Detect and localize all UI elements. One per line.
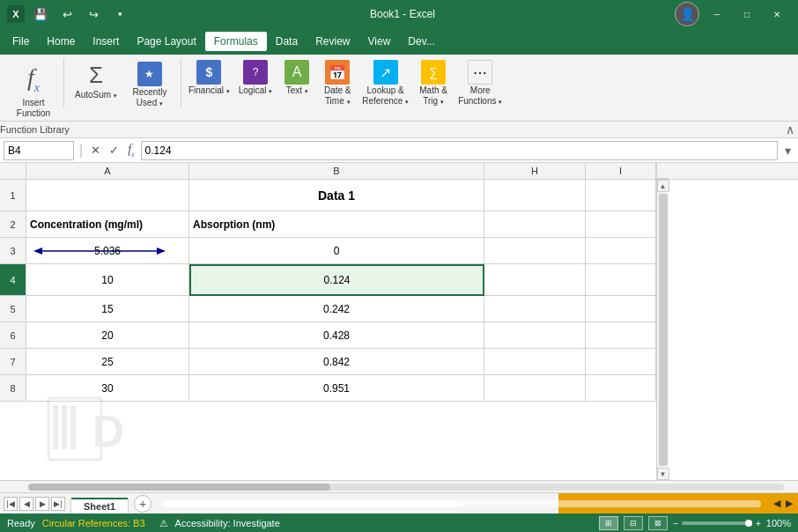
menu-file[interactable]: File [4,32,38,51]
add-sheet-btn[interactable]: + [134,495,151,513]
cell-i5[interactable] [586,296,656,322]
cell-reference-box[interactable]: B4 [4,141,74,160]
cell-a6[interactable]: 20 [26,322,189,349]
cell-b3[interactable]: 0 [189,238,484,264]
normal-view-btn[interactable]: ⊞ [599,516,618,530]
cell-b5[interactable]: 0.242 [189,296,484,322]
menu-formulas[interactable]: Formulas [205,32,267,51]
cell-b8[interactable]: 0.951 [189,375,484,402]
quick-access-dropdown[interactable]: ▾ [109,4,130,25]
tab-scrollbar-thumb[interactable] [162,500,462,507]
cell-h3[interactable] [484,238,586,264]
cell-h8[interactable] [484,375,586,402]
cell-i4[interactable] [586,264,656,296]
close-btn[interactable]: ✕ [763,4,791,25]
col-header-b[interactable]: B [189,163,484,179]
cell-b4[interactable]: 0.124 [189,264,484,296]
menu-page-layout[interactable]: Page Layout [128,32,204,51]
cell-h7[interactable] [484,349,586,375]
row-header-3[interactable]: 3 [0,238,26,264]
formula-confirm-icon[interactable]: ✓ [107,144,122,157]
lookup-reference-btn[interactable]: ↗ Lookup &Reference ▾ [358,58,412,108]
menu-view[interactable]: View [359,32,400,51]
tab-nav-next[interactable]: ▶ [35,497,49,511]
cell-i3[interactable] [586,238,656,264]
col-header-a[interactable]: A [26,163,189,179]
financial-btn[interactable]: $ Financial ▾ [185,58,233,98]
tab-arrow-right[interactable]: ▶ [784,498,794,509]
cell-b7[interactable]: 0.842 [189,349,484,375]
zoom-level[interactable]: 100% [766,518,791,528]
formula-expand-icon[interactable]: ▾ [781,144,794,158]
tab-nav-prev[interactable]: ◀ [19,497,33,511]
page-layout-view-btn[interactable]: ⊟ [624,516,643,530]
cell-h6[interactable] [484,322,586,349]
menu-insert[interactable]: Insert [84,32,128,51]
restore-btn[interactable]: □ [733,4,761,25]
sheet-tab-sheet1[interactable]: Sheet1 [70,498,129,514]
zoom-out-btn[interactable]: − [673,519,678,528]
cell-a5[interactable]: 15 [26,296,189,322]
zoom-slider[interactable]: − + [673,519,761,528]
row-header-4[interactable]: 4 [0,264,26,296]
undo-btn[interactable]: ↩ [56,4,78,25]
cell-i8[interactable] [586,375,656,402]
accessibility-status[interactable]: Accessibility: Investigate [175,518,280,528]
formula-input[interactable] [141,141,778,160]
date-time-btn[interactable]: 📅 Date &Time ▾ [318,58,357,108]
vertical-scrollbar[interactable]: ▲ ▼ [656,180,669,480]
more-functions-btn[interactable]: ⋯ MoreFunctions ▾ [454,58,506,108]
math-trig-btn[interactable]: ∑ Math &Trig ▾ [414,58,453,108]
cell-b2[interactable]: Absorption (nm) [189,211,484,238]
minimize-btn[interactable]: ─ [703,4,731,25]
redo-btn[interactable]: ↪ [83,4,104,25]
recently-used-btn[interactable]: ★ RecentlyUsed ▾ [126,60,174,110]
tab-scrollbar[interactable] [162,500,761,507]
scroll-down-btn[interactable]: ▼ [657,468,669,480]
tab-arrow-left[interactable]: ◀ [772,498,782,509]
row-header-7[interactable]: 7 [0,349,26,375]
row-header-8[interactable]: 8 [0,375,26,402]
menu-data[interactable]: Data [267,32,307,51]
menu-home[interactable]: Home [38,32,84,51]
row-header-2[interactable]: 2 [0,211,26,238]
tab-nav-last[interactable]: ▶| [51,497,65,511]
hscroll-thumb[interactable] [28,484,330,491]
cell-b6[interactable]: 0.428 [189,322,484,349]
cell-i1[interactable] [586,180,656,211]
menu-dev[interactable]: Dev... [399,32,443,51]
collapse-ribbon-btn[interactable]: ∧ [786,122,794,137]
cell-a8[interactable]: 30 [26,375,189,402]
cell-a4[interactable]: 10 [26,264,189,296]
col-header-h[interactable]: H [484,163,586,179]
hscroll-track[interactable] [28,484,784,491]
cell-a2[interactable]: Concentration (mg/ml) [26,211,189,238]
page-break-view-btn[interactable]: ⊠ [648,516,668,530]
cell-i2[interactable] [586,211,656,238]
zoom-track[interactable] [682,521,752,525]
cell-h4[interactable] [484,264,586,296]
autosum-btn[interactable]: Σ AutoSum ▾ [71,60,121,110]
tab-nav-first[interactable]: |◀ [4,497,18,511]
cell-h1[interactable] [484,180,586,211]
row-header-6[interactable]: 6 [0,322,26,349]
cell-i6[interactable] [586,322,656,349]
logical-btn[interactable]: ? Logical ▾ [235,58,276,98]
user-avatar[interactable]: 👤 [675,2,699,26]
zoom-in-btn[interactable]: + [756,519,761,528]
row-header-1[interactable]: 1 [0,180,26,211]
row-header-5[interactable]: 5 [0,296,26,322]
cell-h2[interactable] [484,211,586,238]
cell-b1[interactable]: Data 1 [189,180,484,211]
text-btn[interactable]: A Text ▾ [277,58,316,98]
cell-a3[interactable]: 5.036 [26,238,189,264]
cell-a7[interactable]: 25 [26,349,189,375]
col-header-i[interactable]: I [586,163,656,179]
formula-cancel-icon[interactable]: ✕ [88,144,103,157]
cell-h5[interactable] [484,296,586,322]
formula-fx-icon[interactable]: fx [125,143,137,159]
scroll-thumb[interactable] [659,194,668,466]
cell-a1[interactable] [26,180,189,211]
menu-review[interactable]: Review [307,32,358,51]
save-quick-btn[interactable]: 💾 [30,4,51,25]
